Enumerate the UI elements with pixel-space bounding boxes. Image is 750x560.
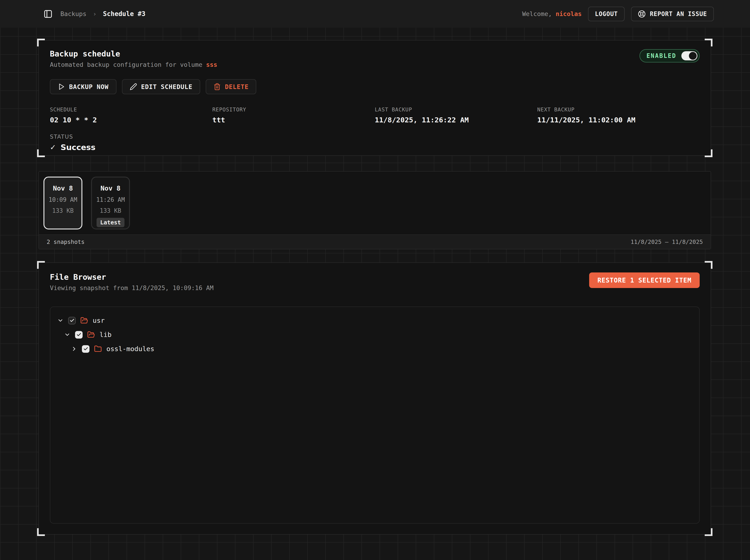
pencil-icon (130, 83, 137, 91)
tree-row-lib[interactable]: lib (57, 327, 692, 342)
breadcrumb-current: Schedule #3 (103, 10, 145, 18)
backup-schedule-panel: Backup schedule Automated backup configu… (38, 40, 711, 156)
corner-bracket (705, 39, 712, 46)
corner-bracket (38, 243, 45, 249)
schedule-fields: SCHEDULE 02 10 * * 2 REPOSITORY ttt LAST… (50, 106, 700, 124)
trash-icon (214, 83, 221, 91)
enabled-toggle[interactable]: ENABLED (639, 49, 700, 62)
tree-row-ossl-modules[interactable]: ossl-modules (57, 342, 692, 356)
folder-icon (94, 345, 102, 353)
check-icon: ✓ (50, 143, 56, 152)
corner-bracket (705, 243, 711, 249)
snapshot-count: 2 snapshots (47, 239, 85, 245)
breadcrumb-section[interactable]: Backups (60, 10, 86, 17)
panel-subtitle: Viewing snapshot from 11/8/2025, 10:09:1… (50, 284, 214, 292)
breadcrumb-separator-icon: › (93, 10, 97, 17)
snapshot-card-selected[interactable]: Nov 8 10:09 AM 133 KB (43, 177, 82, 229)
checkbox-usr[interactable] (68, 317, 76, 324)
corner-bracket (37, 149, 45, 157)
backup-now-button[interactable]: BACKUP NOW (50, 79, 116, 94)
folder-open-icon (80, 317, 88, 324)
field-last-backup: LAST BACKUP 11/8/2025, 11:26:22 AM (375, 106, 537, 124)
status-value: Success (61, 143, 96, 152)
tree-row-usr[interactable]: usr (57, 314, 692, 327)
play-icon (58, 83, 65, 91)
top-bar: Backups › Schedule #3 Welcome, nicolas L… (0, 0, 750, 28)
snapshots-footer: 2 snapshots 11/8/2025 – 11/8/2025 (39, 235, 711, 249)
panel-subtitle: Automated backup configuration for volum… (50, 61, 217, 68)
field-schedule: SCHEDULE 02 10 * * 2 (50, 106, 212, 124)
corner-bracket (705, 171, 711, 178)
chevron-right-icon[interactable] (71, 346, 77, 352)
checkbox-ossl-modules[interactable] (82, 345, 90, 353)
toggle-knob (689, 52, 697, 60)
checkbox-lib[interactable] (75, 331, 83, 339)
volume-name: sss (206, 61, 217, 68)
field-repository: REPOSITORY ttt (212, 106, 375, 124)
edit-schedule-button[interactable]: EDIT SCHEDULE (122, 79, 200, 94)
latest-badge: Latest (97, 218, 124, 227)
corner-bracket (705, 528, 712, 536)
file-tree: usr lib (50, 306, 700, 524)
lifebuoy-icon (638, 10, 646, 18)
enabled-label: ENABLED (646, 53, 676, 59)
panel-title: Backup schedule (50, 49, 217, 58)
report-issue-button[interactable]: REPORT AN ISSUE (631, 7, 714, 21)
snapshots-panel: Nov 8 10:09 AM 133 KB Nov 8 11:26 AM 133… (38, 171, 711, 249)
corner-bracket (37, 39, 45, 46)
breadcrumb: Backups › Schedule #3 (60, 10, 145, 18)
delete-button[interactable]: DELETE (206, 79, 256, 94)
welcome-text: Welcome, nicolas (522, 10, 581, 17)
chevron-down-icon[interactable] (57, 317, 64, 324)
status-field: STATUS ✓ Success (50, 134, 700, 152)
chevron-down-icon[interactable] (64, 332, 71, 338)
corner-bracket (38, 171, 45, 178)
field-next-backup: NEXT BACKUP 11/11/2025, 11:02:00 AM (537, 106, 700, 124)
snapshot-date-range: 11/8/2025 – 11/8/2025 (631, 239, 703, 245)
logout-button[interactable]: LOGOUT (588, 7, 625, 21)
corner-bracket (37, 528, 45, 536)
toggle-switch[interactable] (682, 51, 697, 60)
panel-title: File Browser (50, 273, 214, 282)
file-browser-panel: File Browser Viewing snapshot from 11/8/… (38, 262, 711, 535)
restore-button[interactable]: RESTORE 1 SELECTED ITEM (589, 273, 700, 288)
corner-bracket (705, 261, 712, 269)
sidebar-toggle-icon[interactable] (43, 9, 53, 19)
folder-open-icon (87, 331, 95, 339)
username: nicolas (555, 10, 581, 17)
snapshot-card[interactable]: Nov 8 11:26 AM 133 KB Latest (91, 177, 130, 229)
corner-bracket (705, 149, 712, 157)
corner-bracket (37, 261, 45, 269)
